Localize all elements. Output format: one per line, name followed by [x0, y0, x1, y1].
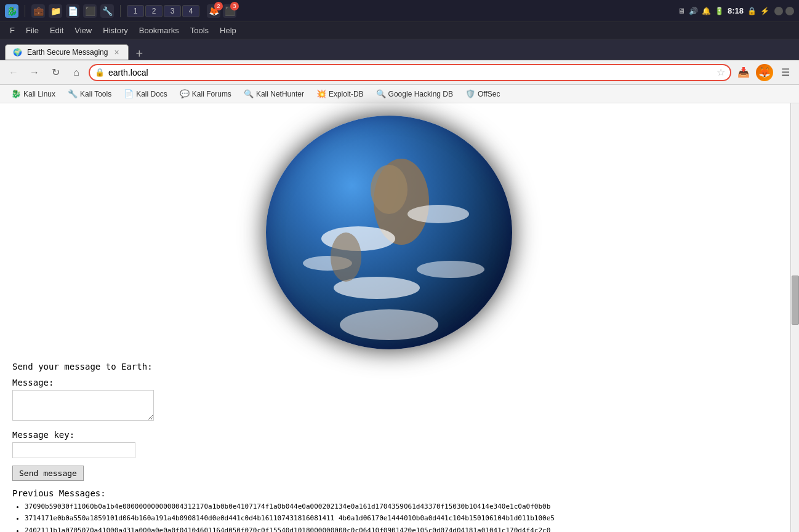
text-icon[interactable]: 📄 [66, 4, 79, 18]
tab-favicon: 🌍 [13, 48, 22, 57]
reload-btn[interactable]: ↻ [47, 64, 64, 81]
sep1 [25, 5, 25, 17]
address-bar: ← → ↻ ⌂ 🔒 ☆ 📥 🦊 ☰ [0, 60, 799, 85]
message-textarea[interactable] [12, 390, 154, 421]
bookmark-kali-linux[interactable]: 🐉 Kali Linux [6, 88, 60, 100]
taskbar-right: 🖥 🔊 🔔 🔋 8:18 🔒 ⚡ [678, 6, 794, 15]
send-message-btn[interactable]: Send message [12, 466, 84, 481]
menu-help[interactable]: Help [215, 25, 241, 36]
window-controls [774, 7, 794, 15]
history-icon[interactable]: 🔧 [100, 4, 114, 18]
messages-list: 37090b59030f11060b0a1b4e0000000000000043… [12, 502, 766, 532]
message-key-input[interactable] [12, 442, 135, 458]
bookmark-google-hacking[interactable]: 🔍 Google Hacking DB [371, 88, 458, 100]
menu-bookmarks[interactable]: Bookmarks [134, 25, 184, 36]
bookmark-kali-forums[interactable]: 💬 Kali Forums [175, 88, 236, 100]
bookmark-kali-tools-label: Kali Tools [80, 90, 111, 98]
message-item-1: 37090b59030f11060b0a1b4e0000000000000043… [25, 502, 766, 511]
bookmark-kali-tools[interactable]: 🔧 Kali Tools [63, 88, 116, 100]
menu-tools[interactable]: Tools [185, 25, 214, 36]
bookmark-kali-docs-label: Kali Docs [136, 90, 167, 98]
earth-image-container [12, 116, 766, 349]
kali-dragon-icon[interactable]: 🐉 [5, 4, 18, 18]
firefox-icon: 🦊 [758, 66, 771, 78]
kali-forums-icon: 💬 [180, 89, 190, 98]
menu-f[interactable]: F [5, 25, 20, 36]
bookmark-star-icon[interactable]: ☆ [717, 66, 725, 78]
sep2 [120, 5, 121, 17]
browser-content-wrapper: Send your message to Earth: Message: Mes… [0, 103, 799, 532]
bookmark-kali-forums-label: Kali Forums [192, 90, 231, 98]
address-input-wrapper: 🔒 ☆ [89, 64, 731, 81]
battery-icon: 🔋 [715, 7, 724, 15]
menu-hamburger-btn[interactable]: ☰ [777, 64, 794, 81]
circle2 [785, 7, 794, 15]
message-label: Message: [12, 378, 766, 387]
svg-point-7 [417, 261, 484, 278]
menu-file[interactable]: File [21, 25, 44, 36]
lock-icon: 🔒 [95, 68, 105, 77]
page-form-section: Send your message to Earth: Message: Mes… [12, 362, 766, 532]
tab-close-btn[interactable]: × [113, 47, 120, 57]
circle1 [774, 7, 783, 15]
new-tab-btn[interactable]: + [131, 47, 148, 60]
message-form-group: Message: [12, 378, 766, 423]
system-tray: 🖥 🔊 🔔 🔋 8:18 🔒 ⚡ [678, 6, 769, 15]
home-btn[interactable]: ⌂ [68, 64, 85, 81]
back-btn[interactable]: ← [5, 64, 22, 81]
tab-label: Earth Secure Messaging [27, 48, 108, 57]
exploit-db-icon: 💥 [316, 89, 326, 98]
monitor-icon: 🖥 [678, 7, 685, 15]
bookmark-exploit-db-label: Exploit-DB [329, 90, 364, 98]
pocket-btn[interactable]: 📥 [735, 64, 752, 81]
message-item-2: 3714171e0b0a550a1859101d064b160a191a4b09… [25, 514, 766, 523]
folder-icon[interactable]: 📁 [49, 4, 62, 18]
terminal-icon[interactable]: ⬛ [83, 4, 97, 18]
power-icon: ⚡ [760, 7, 769, 15]
workspace-2-btn[interactable]: 2 [145, 5, 163, 17]
bookmark-kali-nethunter-label: Kali NetHunter [256, 90, 304, 98]
os-taskbar: 🐉 💼 📁 📄 ⬛ 🔧 1 2 3 4 🦊 2 ⬛ 3 🖥 🔊 🔔 🔋 8:18… [0, 0, 799, 22]
svg-point-1 [371, 165, 408, 214]
kali-docs-icon: 📄 [124, 89, 134, 98]
menu-view[interactable]: View [70, 25, 97, 36]
menu-edit[interactable]: Edit [45, 25, 68, 36]
browser-menubar: F File Edit View History Bookmarks Tools… [0, 22, 799, 39]
message-item-3: 2402111b1a0705070a41000a431a000a0e0a0f04… [25, 526, 766, 532]
svg-point-8 [331, 232, 361, 282]
address-input[interactable] [89, 64, 731, 81]
forward-btn[interactable]: → [26, 64, 43, 81]
workspace-3-btn[interactable]: 3 [164, 5, 181, 17]
prev-messages-title: Previous Messages: [12, 488, 766, 498]
volume-icon: 🔊 [689, 7, 698, 15]
send-heading: Send your message to Earth: [12, 362, 766, 371]
bookmarks-bar: 🐉 Kali Linux 🔧 Kali Tools 📄 Kali Docs 💬 … [0, 85, 799, 103]
files-icon[interactable]: 💼 [31, 4, 45, 18]
earth-image [266, 116, 512, 349]
scrollbar-track[interactable] [790, 103, 799, 532]
time-display: 8:18 [728, 6, 744, 15]
message-key-form-group: Message key: [12, 430, 766, 458]
menu-history[interactable]: History [98, 25, 132, 36]
svg-point-2 [340, 309, 438, 340]
earth-svg-overlay [266, 116, 512, 349]
browser-taskbar-icon[interactable]: 🦊 2 [207, 4, 220, 18]
firefox-logo: 🦊 [756, 64, 773, 81]
bookmark-exploit-db[interactable]: 💥 Exploit-DB [311, 88, 369, 100]
workspace-4-btn[interactable]: 4 [182, 5, 199, 17]
workspace-1-btn[interactable]: 1 [127, 5, 144, 17]
kali-linux-icon: 🐉 [11, 89, 21, 98]
bookmark-google-hacking-label: Google Hacking DB [388, 90, 453, 98]
lock-icon: 🔒 [747, 7, 757, 15]
tab-earth-secure-messaging[interactable]: 🌍 Earth Secure Messaging × [5, 44, 129, 60]
scrollbar-thumb[interactable] [792, 276, 799, 325]
bookmark-kali-nethunter[interactable]: 🔍 Kali NetHunter [239, 88, 309, 100]
kali-tools-icon: 🔧 [68, 89, 78, 98]
svg-point-4 [408, 205, 469, 223]
another-icon[interactable]: ⬛ 3 [223, 4, 236, 18]
bookmark-kali-docs[interactable]: 📄 Kali Docs [119, 88, 172, 100]
message-key-label: Message key: [12, 430, 766, 440]
kali-nethunter-icon: 🔍 [244, 89, 254, 98]
address-right-controls: 📥 🦊 ☰ [735, 64, 794, 81]
bookmark-offsec[interactable]: 🛡️ OffSec [460, 88, 505, 100]
